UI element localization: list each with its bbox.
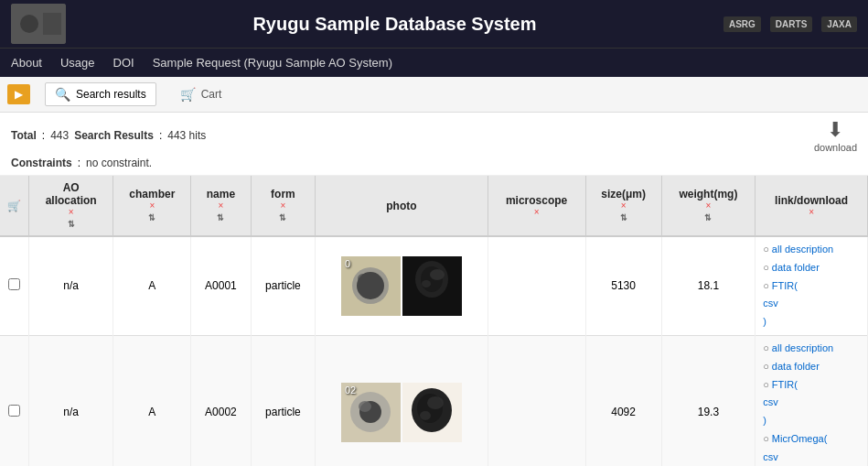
cart-header-icon: 🛒	[7, 200, 21, 212]
svg-point-11	[422, 280, 431, 287]
row2-links: all description data folder FTIR(csv) Mi…	[755, 335, 868, 466]
nav-sample-request[interactable]: Sample Request (Ryugu Sample AO System)	[153, 52, 392, 73]
search-colon: :	[159, 129, 162, 142]
col-form-sub: ×	[259, 200, 307, 211]
row2-link-micromega[interactable]: MicrOmega(csv)	[763, 430, 860, 466]
download-label: download	[814, 142, 857, 153]
row1-ao: n/a	[29, 236, 113, 335]
row2-checkbox[interactable]	[0, 335, 29, 466]
table-row: n/a A A0002 particle 02	[0, 335, 868, 466]
col-ao-sub: ×	[37, 207, 105, 217]
cart-label: Cart	[201, 88, 222, 101]
nav-doi[interactable]: DOI	[113, 52, 134, 73]
row2-photo-dark[interactable]	[402, 383, 462, 442]
header-image	[11, 4, 66, 44]
col-weight[interactable]: weight(mg) × ⇅	[661, 176, 755, 236]
col-ao-allocation[interactable]: AOallocation × ⇅	[29, 176, 113, 236]
col-photo: photo	[316, 176, 488, 236]
col-name-sort[interactable]: ⇅	[217, 213, 224, 222]
col-link-sub: ×	[763, 207, 860, 217]
row1-size: 5130	[585, 236, 661, 335]
row2-size: 4092	[585, 335, 661, 466]
row2-link-ftir[interactable]: FTIR(csv)	[763, 376, 860, 430]
row2-link-data-folder[interactable]: data folder	[763, 358, 860, 376]
col-form[interactable]: form × ⇅	[251, 176, 315, 236]
col-size[interactable]: size(μm) × ⇅	[585, 176, 661, 236]
col-weight-sort[interactable]: ⇅	[704, 213, 712, 222]
download-icon: ⬇	[827, 118, 843, 142]
row1-photo-num: 0	[345, 258, 350, 269]
col-chamber-sort[interactable]: ⇅	[148, 213, 155, 222]
svg-point-6	[358, 274, 369, 283]
svg-point-15	[359, 401, 371, 412]
header: Ryugu Sample Database System ASRG DARTS …	[0, 0, 868, 48]
row1-name: A0001	[191, 236, 251, 335]
svg-rect-2	[43, 13, 61, 35]
row2-photo: 02	[316, 335, 488, 466]
col-ao-sort[interactable]: ⇅	[68, 220, 75, 229]
total-label: Total	[11, 129, 37, 142]
cart-icon: 🛒	[180, 87, 196, 102]
row2-photo-circle[interactable]: 02	[341, 383, 401, 442]
row2-weight: 19.3	[661, 335, 755, 466]
col-microscope-sub: ×	[496, 207, 578, 217]
col-size-sort[interactable]: ⇅	[620, 213, 627, 222]
col-microscope: microscope ×	[488, 176, 585, 236]
col-chamber-sub: ×	[121, 200, 183, 211]
col-weight-sub: ×	[670, 200, 748, 211]
row2-link-all-desc[interactable]: all description	[763, 340, 860, 358]
col-size-sub: ×	[594, 200, 654, 211]
constraints-colon: :	[78, 157, 80, 169]
svg-point-5	[361, 276, 380, 295]
svg-point-1	[20, 15, 38, 33]
results-table-container: 🛒 AOallocation × ⇅ chamber × ⇅ name × ⇅	[0, 176, 868, 466]
search-icon: 🔍	[55, 87, 70, 102]
col-form-sort[interactable]: ⇅	[279, 213, 286, 222]
results-table: 🛒 AOallocation × ⇅ chamber × ⇅ name × ⇅	[0, 176, 868, 466]
search-results-tab[interactable]: 🔍 Search results	[45, 82, 156, 106]
svg-point-10	[430, 269, 445, 280]
row2-checkbox-input[interactable]	[8, 405, 20, 417]
download-section[interactable]: ⬇ download	[814, 118, 857, 153]
darts-logo: DARTS	[770, 16, 812, 32]
row1-link-all-desc[interactable]: all description	[763, 241, 860, 259]
row1-links: all description data folder FTIR(csv)	[755, 236, 868, 335]
constraints-info: Constraints : no constraint.	[11, 157, 857, 169]
cart-tab[interactable]: 🛒 Cart	[171, 83, 231, 105]
nav-about[interactable]: About	[11, 52, 42, 73]
row2-form: particle	[251, 335, 315, 466]
row2-microscope	[488, 335, 585, 466]
row1-weight: 18.1	[661, 236, 755, 335]
total-colon: :	[42, 129, 45, 142]
row1-link-ftir[interactable]: FTIR(csv)	[763, 277, 860, 331]
row2-ao: n/a	[29, 335, 113, 466]
row2-name: A0002	[191, 335, 251, 466]
total-info: Total : 443 Search Results : 443 hits	[11, 129, 206, 142]
row1-photo-dark[interactable]	[402, 256, 462, 316]
info-section: Total : 443 Search Results : 443 hits ⬇ …	[0, 113, 868, 176]
col-checkbox: 🛒	[0, 176, 29, 236]
back-arrow-button[interactable]: ▶	[7, 84, 30, 104]
page-title: Ryugu Sample Database System	[66, 14, 723, 35]
svg-point-4	[352, 267, 389, 304]
col-link: link/download ×	[755, 176, 868, 236]
row2-photo-num: 02	[345, 385, 356, 396]
nav-usage[interactable]: Usage	[60, 52, 95, 73]
constraints-label: Constraints	[11, 157, 72, 169]
row1-microscope	[488, 236, 585, 335]
hits-value: 443 hits	[167, 129, 206, 142]
row1-form: particle	[251, 236, 315, 335]
row1-photo-circle[interactable]: 0	[341, 256, 401, 316]
col-chamber[interactable]: chamber × ⇅	[113, 176, 191, 236]
toolbar: ▶ 🔍 Search results 🛒 Cart	[0, 77, 868, 113]
table-row: n/a A A0001 particle 0	[0, 236, 868, 335]
row1-checkbox[interactable]	[0, 236, 29, 335]
col-name[interactable]: name × ⇅	[191, 176, 251, 236]
svg-point-20	[420, 411, 431, 420]
row1-checkbox-input[interactable]	[8, 278, 20, 290]
search-results-label: Search results	[76, 88, 146, 101]
row1-link-data-folder[interactable]: data folder	[763, 259, 860, 277]
header-logos: ASRG DARTS JAXA	[723, 16, 857, 32]
row1-chamber: A	[113, 236, 191, 335]
row2-chamber: A	[113, 335, 191, 466]
